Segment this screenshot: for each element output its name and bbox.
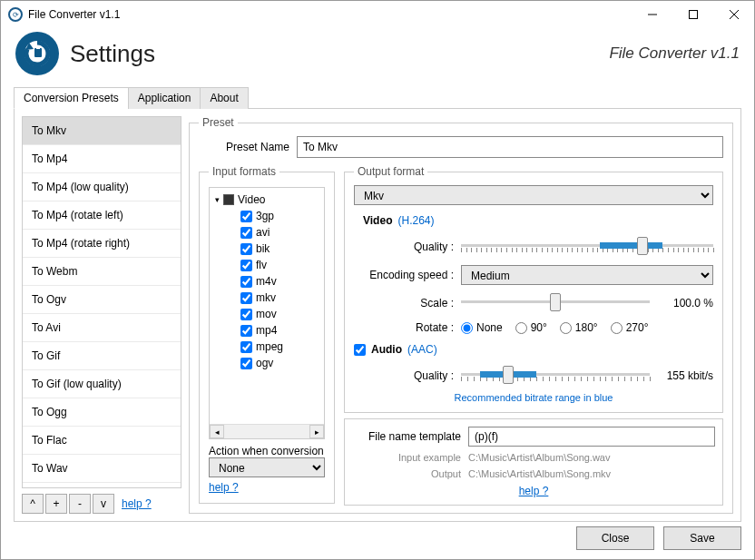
encoding-speed-label: Encoding speed : — [363, 269, 454, 281]
tab-application[interactable]: Application — [128, 87, 201, 109]
scale-slider[interactable] — [461, 290, 650, 316]
video-codec-label: (H.264) — [397, 214, 434, 227]
preset-list[interactable]: To MkvTo Mp4To Mp4 (low quality)To Mp4 (… — [22, 116, 181, 488]
format-label: mov — [256, 308, 277, 320]
format-checkbox[interactable] — [240, 211, 252, 222]
svg-rect-7 — [36, 46, 40, 49]
video-quality-slider[interactable] — [461, 234, 713, 260]
tree-group-video[interactable]: ▾ Video — [215, 192, 319, 208]
format-checkbox[interactable] — [240, 243, 252, 255]
preset-item[interactable]: To Webm — [23, 258, 181, 286]
rotate-option-180[interactable]: 180° — [560, 321, 598, 334]
preset-item[interactable]: To Mp4 (rotate left) — [23, 201, 181, 230]
preset-item[interactable]: To Ogg — [23, 398, 181, 427]
template-input[interactable] — [468, 427, 715, 447]
preset-item[interactable]: To Mp3 — [23, 483, 181, 488]
format-item[interactable]: 3gp — [240, 208, 319, 224]
format-item[interactable]: flv — [240, 257, 319, 273]
bitrate-recommendation: Recommended bitrate range in blue — [354, 392, 713, 403]
format-item[interactable]: mkv — [240, 290, 319, 306]
preset-item[interactable]: To Avi — [23, 314, 181, 342]
scroll-left-icon[interactable]: ◂ — [210, 425, 224, 438]
preset-item[interactable]: To Ogv — [23, 286, 181, 314]
format-item[interactable]: bik — [240, 241, 319, 257]
format-checkbox[interactable] — [240, 358, 252, 369]
minimize-button[interactable] — [632, 1, 672, 28]
svg-rect-6 — [34, 48, 42, 57]
encoding-speed-select[interactable]: Medium — [461, 265, 713, 285]
checkbox-mixed-icon[interactable] — [223, 194, 234, 205]
rotate-option-90[interactable]: 90° — [515, 321, 547, 334]
audio-enable-checkbox[interactable] — [354, 344, 366, 356]
video-label: Video — [363, 214, 392, 227]
format-item[interactable]: mov — [240, 306, 319, 322]
format-checkbox[interactable] — [240, 309, 252, 320]
format-item[interactable]: m4v — [240, 273, 319, 290]
window-title: File Converter v1.1 — [28, 8, 632, 21]
action-select[interactable]: None — [209, 457, 325, 477]
format-item[interactable]: mp4 — [240, 322, 319, 339]
preset-item[interactable]: To Wav — [23, 455, 181, 483]
scale-value: 100.0 % — [657, 297, 713, 309]
format-label: mpeg — [256, 340, 283, 353]
tab-conversion-presets[interactable]: Conversion Presets — [14, 87, 129, 109]
format-checkbox[interactable] — [240, 292, 252, 304]
save-button[interactable]: Save — [663, 526, 741, 550]
close-window-button[interactable] — [713, 1, 754, 28]
output-example-value: C:\Music\Artist\Album\Song.mkv — [468, 468, 715, 479]
titlebar: ⟳ File Converter v1.1 — [1, 1, 754, 28]
video-section-head: Video (H.264) — [363, 214, 713, 227]
scroll-right-icon[interactable]: ▸ — [309, 425, 324, 438]
output-format-legend: Output format — [354, 165, 427, 178]
format-checkbox[interactable] — [240, 227, 252, 239]
tree-hscrollbar[interactable]: ◂ ▸ — [210, 424, 324, 438]
input-formats-tree[interactable]: ▾ Video 3gpavibikflvm4vmkvmovmp4mpegogv — [210, 188, 324, 424]
preset-move-up-button[interactable]: ^ — [22, 494, 44, 514]
output-format-select[interactable]: Mkv — [354, 185, 713, 205]
template-help-link[interactable]: help ? — [519, 485, 549, 497]
tab-about[interactable]: About — [200, 87, 248, 109]
preset-item[interactable]: To Gif (low quality) — [23, 370, 181, 398]
audio-quality-slider[interactable] — [461, 363, 650, 388]
preset-item[interactable]: To Mp4 (rotate right) — [23, 230, 181, 258]
preset-name-input[interactable] — [297, 136, 723, 158]
dialog-buttons: Close Save — [576, 526, 741, 550]
format-label: bik — [256, 242, 270, 255]
preset-item[interactable]: To Gif — [23, 342, 181, 370]
tree-group-label: Video — [238, 193, 265, 206]
audio-label: Audio — [371, 343, 402, 356]
preset-item[interactable]: To Mp4 — [23, 145, 181, 173]
svg-rect-1 — [689, 11, 697, 19]
rotate-option-none[interactable]: None — [461, 321, 503, 334]
page-header: Settings File Converter v1.1 — [1, 28, 754, 86]
tab-content: To MkvTo Mp4To Mp4 (low quality)To Mp4 (… — [14, 109, 741, 522]
preset-item[interactable]: To Flac — [23, 427, 181, 455]
format-label: m4v — [256, 275, 277, 288]
tab-bar: Conversion Presets Application About — [14, 86, 741, 109]
format-item[interactable]: ogv — [240, 355, 319, 371]
format-checkbox[interactable] — [240, 260, 252, 271]
preset-help-link[interactable]: help ? — [122, 497, 152, 510]
preset-remove-button[interactable]: - — [69, 494, 91, 514]
app-logo-icon — [15, 32, 59, 75]
format-label: mp4 — [256, 324, 277, 337]
format-checkbox[interactable] — [240, 276, 252, 288]
format-checkbox[interactable] — [240, 325, 252, 337]
format-item[interactable]: avi — [240, 224, 319, 241]
audio-quality-value: 155 kbit/s — [657, 369, 713, 382]
preset-move-down-button[interactable]: v — [93, 494, 114, 514]
input-help-link[interactable]: help ? — [209, 481, 325, 494]
preset-item[interactable]: To Mkv — [23, 117, 181, 145]
rotate-option-270[interactable]: 270° — [611, 321, 649, 334]
close-button[interactable]: Close — [576, 526, 654, 550]
filename-template-box: File name template Input example C:\Musi… — [344, 418, 723, 506]
preset-list-panel: To MkvTo Mp4To Mp4 (low quality)To Mp4 (… — [22, 116, 181, 514]
scale-label: Scale : — [363, 297, 454, 309]
maximize-button[interactable] — [672, 1, 713, 28]
format-label: 3gp — [256, 210, 274, 222]
format-label: ogv — [256, 357, 273, 369]
preset-add-button[interactable]: + — [45, 494, 67, 514]
format-checkbox[interactable] — [240, 341, 252, 353]
format-item[interactable]: mpeg — [240, 339, 319, 355]
preset-item[interactable]: To Mp4 (low quality) — [23, 173, 181, 201]
